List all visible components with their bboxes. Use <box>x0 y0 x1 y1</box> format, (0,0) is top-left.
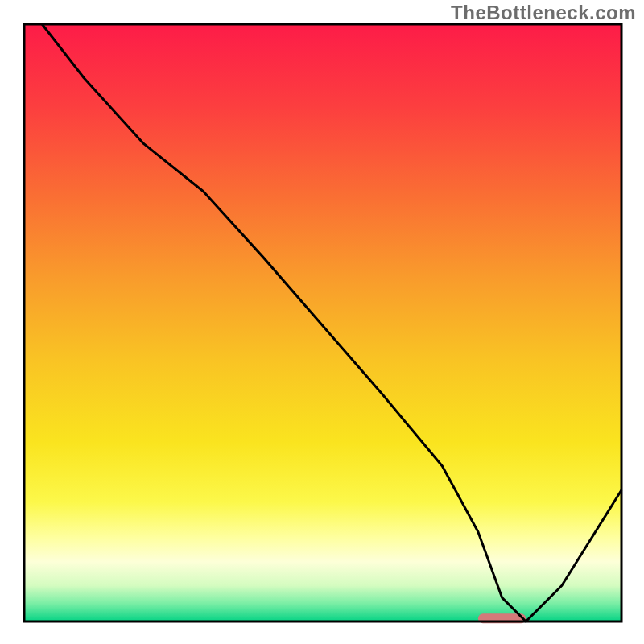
bottleneck-chart <box>0 0 644 644</box>
gradient-background <box>24 24 621 621</box>
chart-container: TheBottleneck.com <box>0 0 644 644</box>
